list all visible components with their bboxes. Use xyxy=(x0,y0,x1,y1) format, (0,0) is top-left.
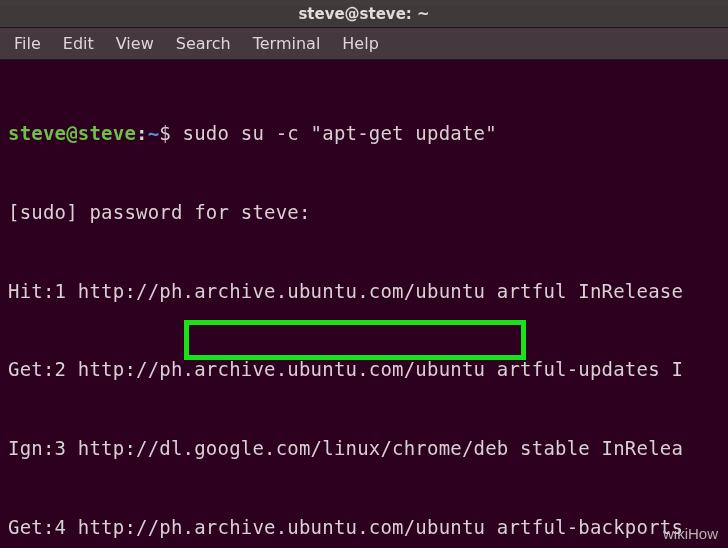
window-title: steve@steve: ~ xyxy=(298,5,429,23)
menu-file[interactable]: File xyxy=(14,34,41,53)
terminal-line: Get:4 http://ph.archive.ubuntu.com/ubunt… xyxy=(8,514,724,540)
terminal-line: Get:2 http://ph.archive.ubuntu.com/ubunt… xyxy=(8,356,724,382)
menu-help[interactable]: Help xyxy=(342,34,378,53)
prompt-colon: : xyxy=(136,122,148,144)
terminal-line: Hit:1 http://ph.archive.ubuntu.com/ubunt… xyxy=(8,278,724,304)
watermark-text: wikiHow xyxy=(663,525,718,542)
terminal-line: [sudo] password for steve: xyxy=(8,199,724,225)
prompt-path: ~ xyxy=(148,122,160,144)
terminal-line: steve@steve:~$ sudo su -c "apt-get updat… xyxy=(8,120,724,146)
menu-terminal[interactable]: Terminal xyxy=(253,34,321,53)
menubar: File Edit View Search Terminal Help xyxy=(0,28,728,60)
menu-search[interactable]: Search xyxy=(176,34,231,53)
prompt-dollar: $ xyxy=(159,122,171,144)
command-text: sudo su -c "apt-get update" xyxy=(183,122,497,144)
terminal-line: Ign:3 http://dl.google.com/linux/chrome/… xyxy=(8,435,724,461)
terminal-area[interactable]: steve@steve:~$ sudo su -c "apt-get updat… xyxy=(0,60,728,548)
window-titlebar: steve@steve: ~ xyxy=(0,0,728,28)
prompt-user-host: steve@steve xyxy=(8,122,136,144)
menu-edit[interactable]: Edit xyxy=(63,34,94,53)
menu-view[interactable]: View xyxy=(116,34,154,53)
